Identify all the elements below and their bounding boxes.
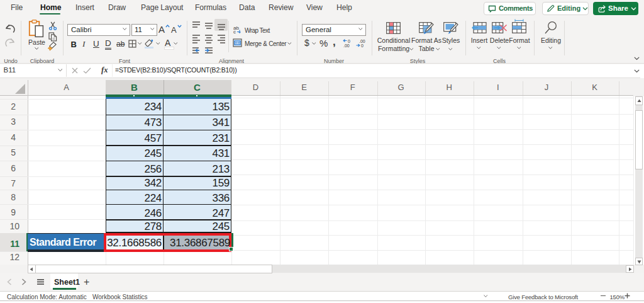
svg-text:.00: .00: [359, 39, 365, 43]
svg-text:0: 0: [361, 43, 364, 48]
svg-text:0: 0: [348, 39, 350, 43]
svg-text:c: c: [233, 29, 236, 33]
svg-text:.00: .00: [343, 43, 350, 48]
